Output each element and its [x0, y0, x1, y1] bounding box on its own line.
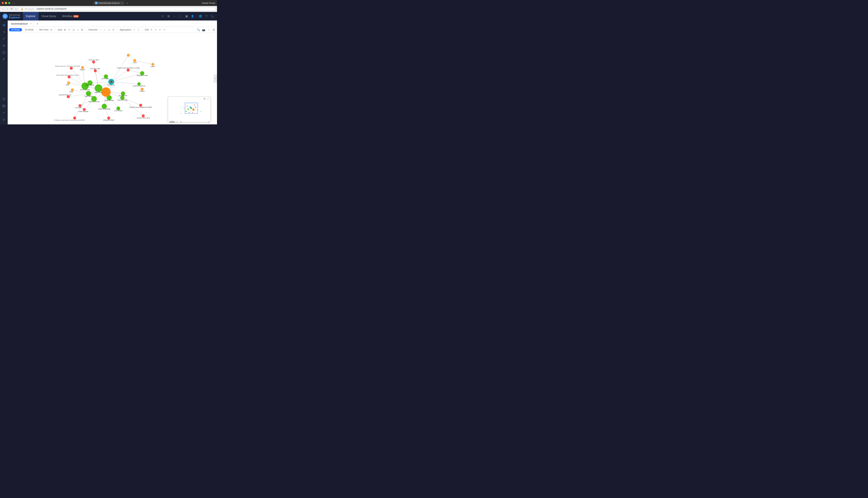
- node-bulls[interactable]: [67, 81, 70, 84]
- sidebar-filter-icon[interactable]: [1, 43, 7, 49]
- graph-canvas[interactable]: Marco Belinelli Tony Parker Tim Duncan M…: [8, 33, 217, 124]
- label-my-best-jerry: my best friend, jerry: [137, 117, 150, 119]
- detection-btn1[interactable]: ○: [99, 28, 102, 32]
- detection-btn4[interactable]: ⁕: [111, 28, 115, 32]
- url-bar[interactable]: 🔒 Not Secure | explorer.vesoft-inc.com/e…: [18, 7, 216, 11]
- tab-close-btn[interactable]: ×: [122, 2, 123, 4]
- label-pistons: Pistons: [140, 91, 144, 92]
- nav-tab-explorer[interactable]: Explorer: [23, 12, 39, 21]
- sidebar-sigma-icon[interactable]: Σ: [1, 56, 7, 62]
- redo-btn[interactable]: ↪: [162, 28, 166, 32]
- node-i-hate-coriander[interactable]: [82, 108, 86, 111]
- gear-overlay: [110, 80, 113, 83]
- sidebar-share-icon[interactable]: [1, 29, 7, 35]
- question-icon[interactable]: ?: [204, 14, 208, 18]
- auto-btn1[interactable]: ⊞: [63, 28, 67, 32]
- fullscreen-icon[interactable]: ⛶: [178, 14, 183, 18]
- close-traffic-light[interactable]: [2, 2, 4, 4]
- node-raptors[interactable]: [81, 66, 84, 69]
- list-btn[interactable]: ☰: [212, 28, 216, 32]
- node-lakers[interactable]: [151, 63, 154, 66]
- node-i-love-dad[interactable]: [94, 69, 97, 72]
- sidebar-graph-icon[interactable]: [1, 22, 7, 28]
- camera-btn[interactable]: 📷: [202, 28, 205, 32]
- edit-btn1[interactable]: ✎: [150, 28, 153, 32]
- auto-btn2[interactable]: ✕: [67, 28, 71, 32]
- sidebar-history-icon[interactable]: [1, 96, 7, 102]
- sidebar-settings-icon[interactable]: [1, 117, 7, 123]
- tab-strip: basketballplayer × +: [8, 21, 217, 27]
- node-richard-curve[interactable]: [139, 104, 142, 107]
- mode-3d-btn[interactable]: 3D Mode: [23, 28, 36, 31]
- zoom-in-btn[interactable]: +: [180, 120, 183, 123]
- minimap-header: ⁂ ⛶: [168, 97, 210, 101]
- zoom-out-btn[interactable]: −: [176, 120, 179, 123]
- nav-refresh-btn[interactable]: ↻: [10, 7, 13, 11]
- svg-point-64: [197, 110, 198, 111]
- nav-forward-btn[interactable]: ›: [5, 7, 9, 11]
- auto-btn5[interactable]: ⁂: [80, 28, 84, 32]
- layout-icon[interactable]: ⊞: [166, 14, 171, 18]
- new-tab-btn[interactable]: +: [125, 1, 130, 5]
- auto-btn4[interactable]: ⊹: [76, 28, 80, 32]
- node-center-orange[interactable]: [101, 87, 111, 97]
- auto-btn3[interactable]: ◫: [72, 28, 75, 32]
- phone-icon[interactable]: 📞: [210, 14, 215, 18]
- detection-btn3[interactable]: ⬡: [107, 28, 111, 32]
- search-btn[interactable]: 🔍: [196, 28, 200, 32]
- minimap-expand-icon[interactable]: ⛶: [206, 97, 209, 100]
- node-tony-parker[interactable]: [94, 84, 102, 92]
- globe-icon[interactable]: 🌐: [198, 14, 203, 18]
- sidebar-path-icon[interactable]: [1, 36, 7, 42]
- aggregation-label: Aggregation:: [119, 29, 132, 31]
- node-addr1[interactable]: [127, 69, 130, 72]
- back-btn[interactable]: ‹: [13, 2, 14, 4]
- sidebar-hexagon-icon[interactable]: [1, 50, 7, 55]
- minimap-cluster-icon[interactable]: ⁂: [203, 97, 206, 100]
- export-icon[interactable]: ↗: [161, 14, 165, 18]
- mode-2d-btn[interactable]: 2D Mode: [9, 28, 22, 31]
- undo-btn[interactable]: ↩: [158, 28, 162, 32]
- update-ready-label: Update Ready: [202, 2, 215, 4]
- download-icon[interactable]: ↓: [173, 14, 177, 18]
- new-tab-btn[interactable]: +: [35, 22, 39, 25]
- nav-back-btn[interactable]: ‹: [1, 7, 5, 11]
- tab-close[interactable]: ×: [30, 23, 31, 25]
- node-addr3[interactable]: [67, 76, 71, 79]
- canvas-tab[interactable]: basketballplayer ×: [9, 21, 34, 27]
- sidebar-help-icon[interactable]: ?: [1, 110, 7, 116]
- nav-home-btn[interactable]: ⌂: [14, 7, 17, 11]
- panel-icon[interactable]: ▦: [184, 14, 189, 18]
- node-pistons[interactable]: [141, 88, 144, 91]
- node-my-best-jerry[interactable]: [142, 114, 145, 117]
- minimap-expand-btn[interactable]: »: [208, 121, 209, 123]
- browser-tabs: N NebulaGraph Explorer × +: [23, 1, 200, 5]
- node-addr2[interactable]: [69, 67, 73, 70]
- browser-tab[interactable]: N NebulaGraph Explorer ×: [93, 1, 124, 5]
- collapse-panel-btn[interactable]: ‹: [214, 75, 217, 83]
- node-titans[interactable]: [71, 88, 74, 91]
- label-marco-belinelli: Marco Belinelli: [80, 89, 90, 91]
- maximize-traffic-light[interactable]: [8, 2, 10, 4]
- svg-line-47: [123, 98, 141, 105]
- nav-tab-visual-query[interactable]: Visual Query: [38, 12, 59, 21]
- node-yuma[interactable]: [133, 59, 136, 62]
- minimize-traffic-light[interactable]: [5, 2, 7, 4]
- bird-view-btn[interactable]: ⊡: [49, 28, 53, 32]
- forward-btn[interactable]: ›: [14, 2, 15, 4]
- edit-btn2[interactable]: ✂: [154, 28, 158, 32]
- sidebar-table-icon[interactable]: [1, 103, 7, 109]
- node-a-beauty-flower[interactable]: [107, 117, 110, 119]
- node-my-best-friend-tom[interactable]: [67, 95, 69, 98]
- node-i-love-mom[interactable]: [92, 61, 95, 64]
- node-addr-bottom[interactable]: [73, 117, 76, 119]
- user-icon[interactable]: 👤: [190, 14, 194, 18]
- edit-label: Edit:: [145, 29, 149, 31]
- agg-btn2[interactable]: ╲: [137, 28, 140, 32]
- node-top[interactable]: [127, 54, 130, 57]
- share-btn[interactable]: ↑: [207, 28, 210, 32]
- agg-btn1[interactable]: ╱: [132, 28, 136, 32]
- node-i-can-swim[interactable]: [78, 104, 81, 107]
- detection-btn2[interactable]: □: [103, 28, 106, 32]
- nav-tab-workflow[interactable]: Workflow Beta: [59, 12, 82, 21]
